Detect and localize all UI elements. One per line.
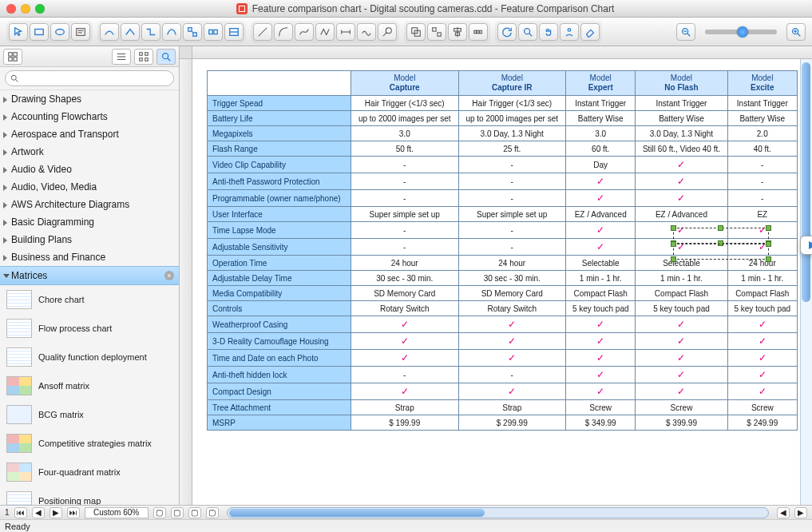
align-tool[interactable] bbox=[448, 23, 467, 41]
table-cell[interactable]: ✓ bbox=[727, 316, 797, 333]
sidebar-category[interactable]: AWS Architecture Diagrams bbox=[0, 196, 179, 213]
table-cell[interactable]: 5 key touch pad bbox=[636, 301, 727, 316]
sidebar-category[interactable]: Aerospace and Transport bbox=[0, 125, 179, 143]
zoom-in-button[interactable] bbox=[786, 23, 806, 41]
table-cell[interactable]: ✓ bbox=[458, 333, 566, 350]
table-cell[interactable]: 24 hour bbox=[727, 256, 797, 271]
table-cell[interactable]: - bbox=[351, 367, 459, 383]
table-cell[interactable]: ✓ bbox=[458, 383, 566, 400]
table-cell[interactable]: ✓ bbox=[636, 350, 727, 367]
sidebar-category[interactable]: Basic Diagramming bbox=[0, 213, 179, 231]
connector-tool-2[interactable] bbox=[121, 23, 140, 41]
table-cell[interactable]: 3.0 Day, 1.3 Night bbox=[458, 126, 566, 141]
connector-tool-1[interactable] bbox=[100, 23, 119, 41]
table-cell[interactable]: ✓ bbox=[727, 333, 797, 350]
table-cell[interactable]: ✓ bbox=[566, 316, 636, 333]
connector-tool-3[interactable] bbox=[141, 23, 160, 41]
sidebar-item[interactable]: BCG matrix bbox=[0, 400, 179, 429]
table-cell[interactable]: Compact Flash bbox=[636, 286, 727, 301]
table-cell[interactable]: Screw bbox=[636, 400, 727, 415]
table-cell[interactable]: up to 2000 images per set bbox=[458, 111, 566, 126]
table-cell[interactable]: Instant Trigger bbox=[566, 96, 636, 111]
table-cell[interactable]: Instant Trigger bbox=[636, 96, 727, 111]
table-cell[interactable]: ✓ bbox=[566, 367, 636, 383]
text-tool[interactable] bbox=[71, 23, 90, 41]
group-tool[interactable] bbox=[406, 23, 426, 41]
next-page-button[interactable]: ▶ bbox=[50, 507, 62, 518]
curve-tool[interactable] bbox=[295, 23, 314, 41]
library-grid-view[interactable] bbox=[134, 49, 153, 65]
callout-tool[interactable] bbox=[378, 23, 397, 41]
connector-tool-7[interactable] bbox=[224, 23, 244, 41]
scroll-right-button[interactable]: ▶ bbox=[794, 507, 807, 518]
table-cell[interactable]: 24 hour bbox=[351, 256, 459, 271]
table-cell[interactable]: - bbox=[458, 222, 566, 239]
table-cell[interactable]: 24 hour bbox=[458, 256, 566, 271]
table-cell[interactable]: Screw bbox=[566, 400, 636, 415]
connector-tool-4[interactable] bbox=[162, 23, 181, 41]
view-mode-2[interactable]: ▢ bbox=[171, 507, 184, 518]
library-search-button[interactable] bbox=[156, 49, 176, 65]
table-cell[interactable]: ✓ bbox=[351, 333, 459, 350]
table-cell[interactable]: Screw bbox=[727, 400, 797, 415]
table-cell[interactable]: Rotary Switch bbox=[351, 301, 459, 316]
table-cell[interactable]: ✓ bbox=[566, 173, 636, 190]
table-cell[interactable]: $ 299.99 bbox=[458, 415, 566, 431]
table-cell[interactable]: Battery Wise bbox=[636, 111, 727, 126]
table-cell[interactable]: 3.0 bbox=[351, 126, 459, 141]
table-cell[interactable]: - bbox=[351, 173, 459, 190]
sidebar-item[interactable]: Four-quadrant matrix bbox=[0, 458, 179, 486]
table-cell[interactable]: - bbox=[458, 239, 566, 256]
connector-tool-5[interactable] bbox=[183, 23, 202, 41]
zoom-level-display[interactable]: Custom 60% bbox=[85, 507, 149, 518]
table-cell[interactable]: - bbox=[458, 190, 566, 207]
table-cell[interactable]: ✓ bbox=[727, 222, 797, 239]
scroll-left-button[interactable]: ◀ bbox=[777, 507, 790, 518]
table-cell[interactable]: 25 ft. bbox=[458, 141, 566, 157]
polyline-tool[interactable] bbox=[315, 23, 335, 41]
table-cell[interactable]: Instant Trigger bbox=[727, 96, 797, 111]
sidebar-category[interactable]: Artwork bbox=[0, 143, 179, 161]
sidebar-item[interactable]: Flow process chart bbox=[0, 314, 179, 343]
zoom-window-button[interactable] bbox=[35, 4, 45, 14]
table-cell[interactable]: Day bbox=[566, 157, 636, 173]
feature-comparison-table[interactable]: ModelCaptureModelCapture IRModelExpertMo… bbox=[207, 70, 798, 431]
arc-tool[interactable] bbox=[274, 23, 293, 41]
table-cell[interactable]: Strap bbox=[351, 400, 459, 415]
table-cell[interactable]: - bbox=[351, 157, 459, 173]
view-mode-1[interactable]: ▢ bbox=[153, 507, 166, 518]
table-cell[interactable]: Strap bbox=[458, 400, 566, 415]
table-cell[interactable]: Battery Wise bbox=[566, 111, 636, 126]
sidebar-category[interactable]: Business and Finance bbox=[0, 248, 179, 266]
library-list-view[interactable] bbox=[112, 49, 131, 65]
zoom-tool[interactable] bbox=[518, 23, 537, 41]
person-tool[interactable] bbox=[560, 23, 579, 41]
table-cell[interactable]: 3.0 Day, 1.3 Night bbox=[636, 126, 727, 141]
sidebar-item[interactable]: Competitive strategies matrix bbox=[0, 429, 179, 458]
sidebar-item[interactable]: Positioning map bbox=[0, 486, 179, 505]
table-cell[interactable]: $ 249.99 bbox=[727, 415, 797, 431]
pointer-tool[interactable] bbox=[9, 23, 28, 41]
zoom-out-button[interactable] bbox=[676, 23, 695, 41]
ungroup-tool[interactable] bbox=[427, 23, 446, 41]
table-cell[interactable]: ✓ bbox=[636, 222, 727, 239]
dimension-tool[interactable] bbox=[336, 23, 355, 41]
table-cell[interactable]: ✓ bbox=[636, 383, 727, 400]
table-cell[interactable]: up to 2000 images per set bbox=[351, 111, 459, 126]
table-cell[interactable]: ✓ bbox=[458, 316, 566, 333]
table-cell[interactable]: 1 min - 1 hr. bbox=[636, 271, 727, 286]
sidebar-category[interactable]: Accounting Flowcharts bbox=[0, 108, 179, 125]
table-cell[interactable]: 5 key touch pad bbox=[727, 301, 797, 316]
freehand-tool[interactable] bbox=[357, 23, 376, 41]
table-cell[interactable]: 1 min - 1 hr. bbox=[566, 271, 636, 286]
table-cell[interactable]: Compact Flash bbox=[727, 286, 797, 301]
table-cell[interactable]: ✓ bbox=[566, 350, 636, 367]
table-cell[interactable]: Compact Flash bbox=[566, 286, 636, 301]
table-cell[interactable]: ✓ bbox=[351, 350, 459, 367]
table-cell[interactable]: SD Memory Card bbox=[351, 286, 459, 301]
ellipse-tool[interactable] bbox=[50, 23, 69, 41]
table-cell[interactable]: ✓ bbox=[636, 316, 727, 333]
table-cell[interactable]: Battery Wise bbox=[727, 111, 797, 126]
table-cell[interactable]: 40 ft. bbox=[727, 141, 797, 157]
table-cell[interactable]: - bbox=[458, 367, 566, 383]
